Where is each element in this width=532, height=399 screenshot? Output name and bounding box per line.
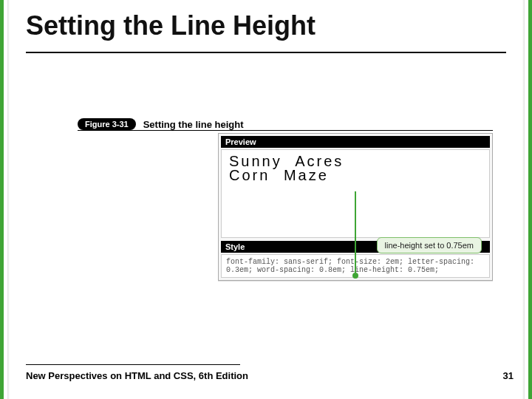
- preview-box: Sunny Acres Corn Maze: [221, 149, 490, 238]
- preview-text: Sunny Acres Corn Maze: [229, 154, 482, 183]
- figure-head-row: Figure 3-31 Setting the line height: [78, 118, 493, 131]
- preview-label: Preview: [221, 136, 490, 148]
- slide: Setting the Line Height Figure 3-31 Sett…: [0, 0, 532, 399]
- edge-shadow: [7, 0, 10, 399]
- page-title: Setting the Line Height: [26, 10, 316, 41]
- footer-book: New Perspectives on HTML and CSS, 6th Ed…: [26, 370, 248, 381]
- edge-shadow: [522, 0, 525, 399]
- page-number: 31: [503, 370, 514, 381]
- preview-line-2: Corn Maze: [229, 168, 482, 183]
- callout-connector: [355, 191, 356, 273]
- callout-bubble: line-height set to 0.75em: [377, 237, 482, 253]
- figure-panel: Preview Sunny Acres Corn Maze line-heigh…: [218, 133, 493, 281]
- figure-caption: Setting the line height: [143, 119, 244, 130]
- figure-badge: Figure 3-31: [78, 118, 136, 130]
- title-rule: [26, 52, 506, 53]
- callout-anchor-icon: [352, 273, 358, 279]
- figure-header: Figure 3-31 Setting the line height: [78, 118, 493, 132]
- footer-rule: [26, 364, 240, 366]
